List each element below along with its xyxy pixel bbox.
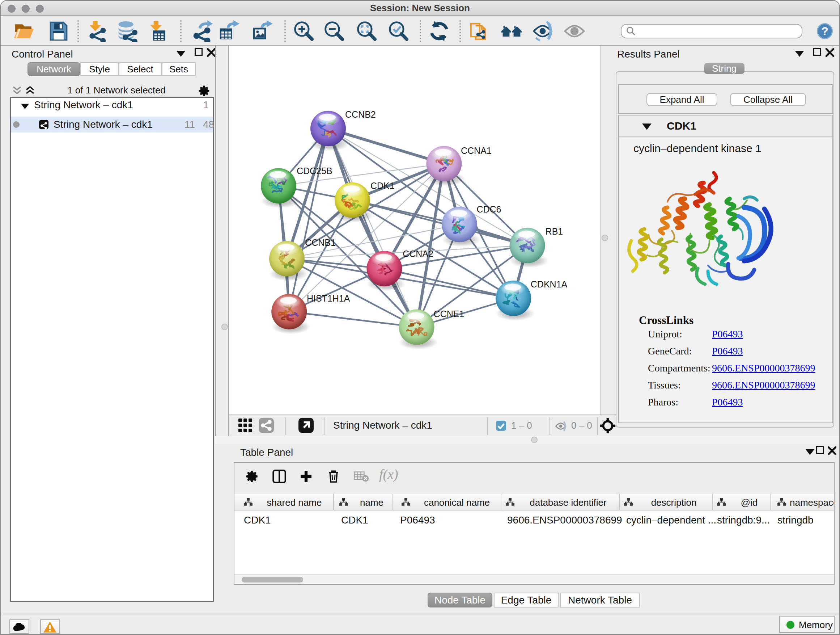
svg-text:CCNA1: CCNA1: [461, 146, 492, 156]
svg-text:CCNB1: CCNB1: [305, 238, 336, 248]
svg-text:CDC25B: CDC25B: [297, 166, 332, 176]
svg-text:CCNE1: CCNE1: [434, 309, 464, 319]
svg-text:CCNA2: CCNA2: [403, 249, 433, 259]
svg-text:CDC6: CDC6: [477, 204, 501, 214]
svg-text:RB1: RB1: [546, 226, 563, 236]
svg-text:CCNB2: CCNB2: [345, 109, 376, 119]
svg-text:CDK1: CDK1: [370, 181, 395, 191]
svg-text:CDKN1A: CDKN1A: [531, 279, 568, 289]
svg-text:HIST1H1A: HIST1H1A: [307, 293, 350, 303]
